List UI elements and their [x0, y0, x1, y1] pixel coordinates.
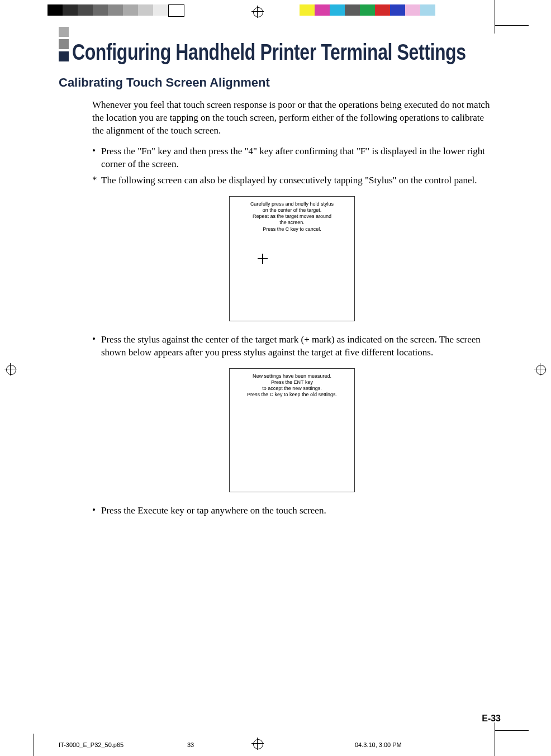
print-footer: IT-3000_E_P32_50.p65 33 04.3.10, 3:00 PM [59, 741, 506, 748]
crop-mark [495, 722, 495, 756]
bullet-mark: • [92, 334, 101, 359]
calibration-screen-1: Carefully press and briefly hold stylus … [229, 196, 355, 321]
screen-text: the screen. [230, 220, 354, 226]
calibration-screen-2: New settings have been measured. Press t… [229, 368, 355, 492]
crosshair-icon [258, 254, 268, 264]
screen-text: Press the ENT key [230, 379, 354, 386]
footer-timestamp: 04.3.10, 3:00 PM [355, 741, 402, 748]
crop-mark [495, 730, 529, 731]
screen-text: on the center of the target. [230, 207, 354, 213]
registration-mark-icon [534, 363, 547, 375]
footer-sheet: 33 [187, 741, 232, 748]
crop-mark [495, 25, 529, 26]
screen-text: Carefully press and briefly hold stylus [230, 201, 354, 207]
title-bullet-squares [59, 27, 69, 64]
screen-text: to accept the new settings. [230, 386, 354, 392]
list-item: * The following screen can also be displ… [92, 174, 492, 187]
color-bar-right [300, 4, 435, 16]
bullet-text: Press the Execute key or tap anywhere on… [101, 505, 326, 517]
registration-mark-icon [251, 6, 264, 18]
bullet-mark: • [92, 505, 101, 517]
page-title: Configuring Handheld Printer Terminal Se… [72, 39, 466, 65]
color-bar-left [48, 4, 184, 16]
crop-mark [34, 734, 34, 756]
screen-text: Press the C key to keep the old settings… [230, 392, 354, 398]
screen-text: Press the C key to cancel. [230, 226, 354, 232]
list-item: • Press the Execute key or tap anywhere … [92, 505, 492, 517]
bullet-text: The following screen can also be display… [101, 174, 477, 187]
bullet-text: Press the "Fn" key and then press the "4… [101, 145, 492, 171]
intro-paragraph: Whenever you feel that touch screen resp… [92, 99, 492, 137]
list-item: • Press the stylus against the center of… [92, 334, 492, 359]
bullet-mark: * [92, 174, 101, 187]
bullet-text: Press the stylus against the center of t… [101, 334, 492, 359]
registration-mark-icon [4, 363, 17, 375]
screen-text: New settings have been measured. [230, 373, 354, 379]
footer-filename: IT-3000_E_P32_50.p65 [59, 741, 187, 748]
bullet-mark: • [92, 145, 101, 171]
section-heading: Calibrating Touch Screen Alignment [59, 75, 506, 90]
screen-text: Repeat as the target moves around [230, 213, 354, 220]
page-number: E-33 [482, 714, 501, 724]
list-item: • Press the "Fn" key and then press the … [92, 145, 492, 171]
